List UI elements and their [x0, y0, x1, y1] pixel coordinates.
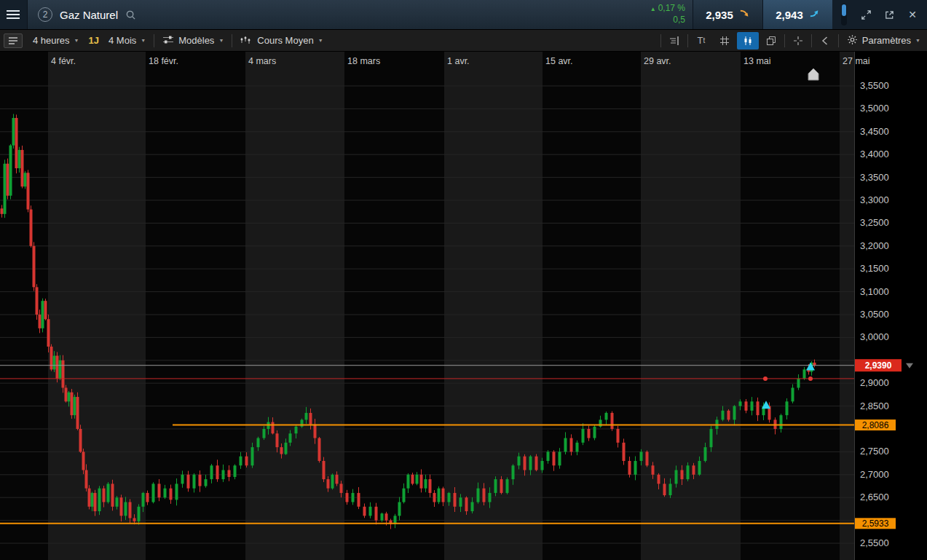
candle — [448, 493, 451, 502]
candle — [369, 507, 372, 516]
candle — [494, 479, 497, 493]
candle — [280, 447, 283, 454]
candle — [263, 429, 266, 438]
candle — [27, 173, 30, 209]
candle — [628, 461, 631, 475]
models-dropdown[interactable]: Modèles ▼ — [156, 30, 230, 51]
candle — [576, 443, 579, 452]
candle — [285, 443, 288, 454]
candle — [42, 301, 44, 328]
candle — [658, 475, 660, 484]
candle — [30, 210, 33, 246]
candle — [199, 475, 202, 486]
candle — [318, 438, 321, 461]
candle — [15, 118, 18, 168]
candle — [442, 489, 445, 502]
candle — [103, 489, 106, 502]
candle — [803, 369, 806, 379]
candle — [792, 387, 794, 401]
y-axis-label: 3,5000 — [860, 103, 889, 114]
price-axis-icon[interactable] — [663, 32, 685, 50]
chart-area[interactable]: 2,55002,65002,70002,75002,85002,90003,00… — [0, 52, 927, 560]
y-axis-label: 3,3500 — [860, 172, 889, 183]
x-axis-label: 29 avr. — [644, 56, 671, 66]
menu-icon[interactable] — [0, 0, 28, 29]
candlestick-style-icon[interactable] — [737, 32, 759, 50]
chevron-down-icon: ▼ — [218, 38, 224, 43]
candle — [582, 429, 585, 443]
parameters-dropdown[interactable]: Paramètres ▼ — [840, 30, 927, 51]
buy-price-button[interactable]: 2,943 — [762, 0, 832, 29]
candle — [9, 146, 12, 196]
candle — [739, 401, 742, 406]
chevron-down-icon: ▼ — [141, 38, 146, 43]
candle — [780, 415, 783, 429]
y-axis-label: 3,4000 — [860, 149, 889, 159]
candle — [751, 401, 754, 411]
popout-icon[interactable] — [877, 0, 901, 29]
close-icon[interactable]: ✕ — [901, 0, 924, 29]
text-tool-icon[interactable]: Tt — [690, 32, 712, 50]
candle — [693, 465, 695, 475]
scrollbar-thumb[interactable] — [842, 4, 846, 16]
candle — [398, 502, 401, 516]
models-label: Modèles — [178, 35, 214, 46]
candle — [142, 493, 145, 507]
y-axis-label: 2,5500 — [860, 537, 889, 548]
candle — [529, 457, 532, 470]
crosshair-icon[interactable] — [787, 32, 809, 50]
candle — [305, 413, 308, 419]
candle — [44, 301, 47, 319]
buy-price: 2,943 — [776, 9, 803, 21]
candle — [18, 150, 21, 168]
average-price-dropdown[interactable]: Cours Moyen ▼ — [234, 30, 329, 51]
candle — [559, 451, 561, 465]
candle — [710, 429, 713, 447]
grid-icon[interactable] — [714, 32, 735, 50]
candle — [459, 497, 462, 507]
range-value: 4 Mois — [109, 35, 136, 46]
toolbar-separator — [784, 34, 785, 47]
duration-button[interactable]: 1J — [86, 30, 102, 51]
candle — [39, 315, 42, 328]
candle — [489, 493, 492, 502]
price-chart[interactable]: 2,55002,65002,70002,75002,85002,90003,00… — [0, 52, 927, 560]
candle — [295, 427, 298, 433]
candle — [111, 484, 114, 506]
search-icon[interactable] — [125, 9, 136, 20]
candle — [570, 438, 573, 452]
sell-price-button[interactable]: 2,935 — [693, 0, 762, 29]
candle — [82, 451, 85, 470]
candle — [429, 479, 432, 493]
expand-icon[interactable] — [854, 0, 877, 29]
candle — [687, 465, 690, 479]
svg-text:2,5933: 2,5933 — [862, 518, 889, 529]
buy-up-arrow-icon — [809, 8, 820, 21]
sell-price: 2,935 — [706, 9, 733, 21]
chart-list-button[interactable] — [4, 33, 23, 48]
candle — [228, 470, 231, 477]
panel-scrollbar[interactable] — [841, 4, 847, 25]
back-icon[interactable] — [814, 32, 836, 50]
candle — [187, 475, 190, 489]
candle — [107, 484, 110, 502]
duplicate-chart-icon[interactable] — [760, 32, 782, 50]
candle — [727, 411, 730, 420]
timeframe-dropdown[interactable]: 4 heures ▼ — [26, 30, 86, 51]
range-dropdown[interactable]: 4 Mois ▼ — [102, 30, 152, 51]
candle — [634, 461, 637, 475]
candle — [722, 411, 725, 420]
x-axis-label: 18 févr. — [149, 56, 178, 66]
candle — [314, 425, 317, 438]
candle — [640, 451, 643, 461]
alert-dot — [808, 376, 813, 381]
chevron-down-icon: ▼ — [915, 38, 920, 43]
candle — [327, 479, 330, 489]
candle — [363, 507, 366, 516]
y-axis-label: 2,8500 — [860, 401, 889, 411]
y-axis-label: 3,0500 — [860, 309, 889, 320]
candle — [403, 489, 406, 502]
candle — [483, 489, 486, 502]
time-band — [641, 52, 741, 560]
candle — [617, 429, 620, 443]
